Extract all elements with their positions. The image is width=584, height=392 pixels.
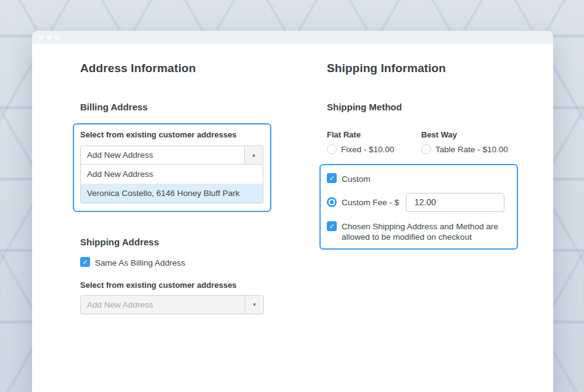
form-content: Address Information Billing Address Sele… [32, 44, 553, 314]
carrier-flat-rate-name: Flat Rate [327, 130, 421, 139]
custom-label: Custom [342, 173, 371, 184]
billing-select-label: Select from existing customer addresses [80, 130, 263, 139]
shipping-select-label: Select from existing customer addresses [80, 280, 302, 290]
custom-row[interactable]: ✓ Custom [327, 173, 509, 184]
custom-fee-radio[interactable] [327, 197, 337, 207]
shipping-method-carriers: Flat Rate Fixed - $10.00 Best Way Table … [327, 130, 537, 154]
custom-fee-row: Custom Fee - $ [327, 193, 509, 212]
custom-shipping-panel: ✓ Custom Custom Fee - $ ✓ Chosen Shippin… [319, 164, 518, 250]
shipping-address-select-value: Add New Address [87, 300, 153, 309]
shipping-information-section: Shipping Information Shipping Method Fla… [327, 62, 537, 314]
option-add-new-address[interactable]: Add New Address [81, 165, 263, 184]
custom-fee-input[interactable] [406, 193, 504, 212]
address-information-section: Address Information Billing Address Sele… [80, 62, 302, 314]
check-icon: ✓ [82, 258, 88, 266]
best-way-table-rate-label: Table Rate - $10.00 [435, 145, 508, 154]
billing-address-heading: Billing Address [80, 102, 302, 112]
flat-rate-fixed-row[interactable]: Fixed - $10.00 [327, 144, 421, 154]
window-control-dot-icon [47, 35, 52, 40]
shipping-information-title: Shipping Information [327, 62, 537, 75]
custom-fee-label: Custom Fee - $ [342, 198, 406, 207]
window-titlebar [32, 31, 553, 44]
best-way-table-rate-row[interactable]: Table Rate - $10.00 [421, 144, 508, 154]
carrier-flat-rate: Flat Rate Fixed - $10.00 [327, 130, 421, 154]
billing-address-options-list: Add New Address Veronica Costello, 6146 … [80, 164, 263, 203]
best-way-table-rate-radio[interactable] [421, 144, 431, 154]
modify-on-checkout-label: Chosen Shipping Address and Method are a… [342, 221, 503, 243]
billing-address-panel: Select from existing customer addresses … [73, 123, 271, 212]
shipping-address-heading: Shipping Address [80, 237, 302, 247]
window-control-dot-icon [39, 35, 44, 40]
shipping-address-select-disabled: Add New Address ▼ [80, 295, 264, 314]
chevron-up-icon[interactable]: ▲ [244, 146, 263, 164]
flat-rate-fixed-radio[interactable] [327, 144, 337, 154]
flat-rate-fixed-label: Fixed - $10.00 [341, 145, 394, 154]
chevron-down-icon: ▼ [245, 296, 263, 314]
carrier-best-way: Best Way Table Rate - $10.00 [421, 130, 508, 154]
check-icon: ✓ [329, 174, 334, 182]
same-as-billing-checkbox[interactable]: ✓ [80, 257, 90, 267]
modify-on-checkout-row[interactable]: ✓ Chosen Shipping Address and Method are… [327, 221, 509, 243]
modify-on-checkout-checkbox[interactable]: ✓ [327, 221, 337, 231]
same-as-billing-row[interactable]: ✓ Same As Billing Address [80, 257, 302, 268]
shipping-method-heading: Shipping Method [327, 102, 537, 112]
option-veronica-costello[interactable]: Veronica Costello, 6146 Honey Bluff Park [81, 184, 263, 203]
check-icon: ✓ [329, 223, 334, 230]
address-information-title: Address Information [80, 62, 302, 75]
custom-checkbox[interactable]: ✓ [327, 173, 337, 183]
billing-address-select[interactable]: Add New Address ▲ [80, 145, 263, 165]
carrier-best-way-name: Best Way [421, 130, 508, 139]
window-control-dot-icon [55, 35, 60, 40]
billing-address-select-value: Add New Address [87, 150, 153, 160]
app-window: Address Information Billing Address Sele… [32, 31, 553, 392]
same-as-billing-label: Same As Billing Address [95, 257, 185, 268]
